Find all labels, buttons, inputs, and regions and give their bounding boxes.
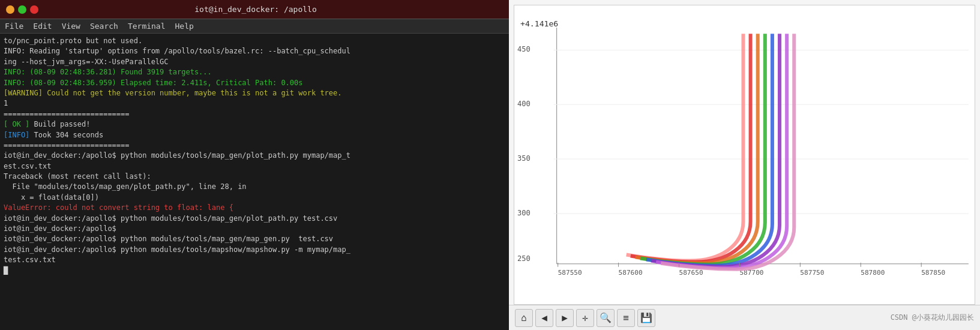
terminal-line: iot@in_dev_docker:/apollo$ python module… — [4, 214, 505, 224]
close-button[interactable] — [30, 5, 38, 14]
svg-text:400: 400 — [517, 100, 531, 108]
terminal-line: est.csv.txt — [4, 161, 505, 172]
svg-text:300: 300 — [517, 209, 531, 217]
terminal-line: [INFO] Took 304 seconds — [4, 130, 505, 140]
terminal-line: INFO: (08-09 02:48:36.959) Elapsed time:… — [4, 78, 505, 88]
terminal-line: iot@in_dev_docker:/apollo$ python module… — [4, 151, 505, 161]
terminal-title: iot@in_dev_docker: /apollo — [38, 5, 473, 14]
forward-button[interactable]: ▶ — [556, 309, 574, 327]
terminal-line: x = float(data[0]) — [4, 193, 505, 203]
terminal-line: File "modules/tools/map_gen/plot_path.py… — [4, 182, 505, 192]
svg-text:350: 350 — [517, 154, 531, 163]
maximize-button[interactable] — [18, 5, 26, 14]
terminal-line: to/pnc_point.proto but not used. — [4, 36, 505, 46]
terminal-line: ============================= — [4, 140, 505, 151]
svg-text:587850: 587850 — [921, 269, 945, 277]
menu-item-edit[interactable]: Edit — [33, 22, 52, 31]
terminal-output[interactable]: to/pnc_point.proto but not used.INFO: Re… — [0, 34, 509, 330]
minimize-button[interactable] — [6, 5, 14, 14]
terminal-line: [ OK ] Build passed! — [4, 119, 505, 130]
pan-button[interactable]: ✛ — [576, 309, 594, 327]
terminal-line: test.csv.txt — [4, 255, 505, 265]
menu-item-file[interactable]: File — [5, 22, 23, 31]
svg-text:587800: 587800 — [861, 269, 885, 277]
terminal-line: INFO: (08-09 02:48:36.281) Found 3919 ta… — [4, 67, 505, 77]
terminal-line: iot@in_dev_docker:/apollo$ python module… — [4, 245, 505, 255]
menu-item-view[interactable]: View — [62, 22, 80, 31]
terminal-line: [WARNING] Could not get the version numb… — [4, 88, 505, 98]
svg-text:587550: 587550 — [558, 269, 582, 277]
svg-text:450: 450 — [517, 45, 531, 53]
terminal-line: Traceback (most recent call last): — [4, 172, 505, 182]
svg-text:587600: 587600 — [619, 269, 643, 277]
terminal-line: ValueError: could not convert string to … — [4, 203, 505, 213]
config-button[interactable]: ≡ — [617, 309, 635, 327]
svg-text:587750: 587750 — [800, 269, 824, 277]
menu-item-terminal[interactable]: Terminal — [128, 22, 166, 31]
plot-canvas: +4.141e6 450 400 350 300 250 587550 5876… — [514, 5, 975, 304]
plot-toolbar: ⌂ ◀ ▶ ✛ 🔍 ≡ 💾 CSDN @小葵花幼儿园园长 — [509, 305, 980, 330]
plot-toolbar-buttons: ⌂ ◀ ▶ ✛ 🔍 ≡ 💾 — [515, 309, 655, 327]
svg-text:250: 250 — [517, 254, 531, 263]
plot-area: +4.141e6 450 400 350 300 250 587550 5876… — [514, 5, 975, 305]
terminal-panel: iot@in_dev_docker: /apollo FileEditViewS… — [0, 0, 509, 330]
terminal-menubar: FileEditViewSearchTerminalHelp — [0, 19, 509, 34]
terminal-line: INFO: Reading 'startup' options from /ap… — [4, 46, 505, 56]
terminal-line: ing --host_jvm_args=-XX:-UseParallelGC — [4, 57, 505, 67]
zoom-button[interactable]: 🔍 — [597, 309, 615, 327]
svg-text:587650: 587650 — [679, 269, 703, 277]
window-controls — [6, 5, 38, 14]
save-button[interactable]: 💾 — [637, 309, 655, 327]
terminal-titlebar: iot@in_dev_docker: /apollo — [0, 0, 509, 19]
back-button[interactable]: ◀ — [535, 309, 553, 327]
terminal-cursor: █ — [4, 266, 505, 276]
terminal-line: iot@in_dev_docker:/apollo$ — [4, 224, 505, 234]
home-button[interactable]: ⌂ — [515, 309, 533, 327]
terminal-line: iot@in_dev_docker:/apollo$ python module… — [4, 234, 505, 244]
terminal-line: 1 — [4, 98, 505, 109]
plot-panel: +4.141e6 450 400 350 300 250 587550 5876… — [509, 0, 980, 330]
menu-item-search[interactable]: Search — [90, 22, 118, 31]
plot-watermark: CSDN @小葵花幼儿园园长 — [891, 313, 974, 323]
terminal-line: ============================= — [4, 109, 505, 119]
svg-text:+4.141e6: +4.141e6 — [520, 19, 558, 28]
menu-item-help[interactable]: Help — [175, 22, 194, 31]
